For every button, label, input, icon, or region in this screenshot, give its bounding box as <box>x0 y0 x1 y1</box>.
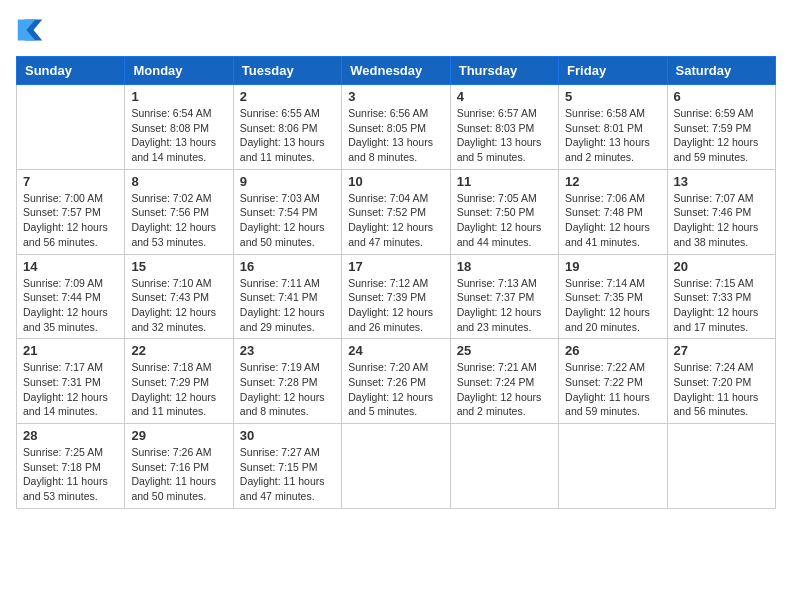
calendar-cell: 14Sunrise: 7:09 AM Sunset: 7:44 PM Dayli… <box>17 254 125 339</box>
day-info: Sunrise: 6:56 AM Sunset: 8:05 PM Dayligh… <box>348 106 443 165</box>
day-number: 15 <box>131 259 226 274</box>
calendar-cell: 1Sunrise: 6:54 AM Sunset: 8:08 PM Daylig… <box>125 85 233 170</box>
day-number: 24 <box>348 343 443 358</box>
day-number: 2 <box>240 89 335 104</box>
day-info: Sunrise: 7:06 AM Sunset: 7:48 PM Dayligh… <box>565 191 660 250</box>
day-info: Sunrise: 7:18 AM Sunset: 7:29 PM Dayligh… <box>131 360 226 419</box>
day-info: Sunrise: 7:19 AM Sunset: 7:28 PM Dayligh… <box>240 360 335 419</box>
day-number: 13 <box>674 174 769 189</box>
day-number: 27 <box>674 343 769 358</box>
calendar-cell: 26Sunrise: 7:22 AM Sunset: 7:22 PM Dayli… <box>559 339 667 424</box>
day-info: Sunrise: 7:26 AM Sunset: 7:16 PM Dayligh… <box>131 445 226 504</box>
calendar-week-row: 21Sunrise: 7:17 AM Sunset: 7:31 PM Dayli… <box>17 339 776 424</box>
day-info: Sunrise: 7:00 AM Sunset: 7:57 PM Dayligh… <box>23 191 118 250</box>
calendar-week-row: 7Sunrise: 7:00 AM Sunset: 7:57 PM Daylig… <box>17 169 776 254</box>
day-info: Sunrise: 7:24 AM Sunset: 7:20 PM Dayligh… <box>674 360 769 419</box>
day-of-week-header: Friday <box>559 57 667 85</box>
day-info: Sunrise: 7:21 AM Sunset: 7:24 PM Dayligh… <box>457 360 552 419</box>
day-info: Sunrise: 7:02 AM Sunset: 7:56 PM Dayligh… <box>131 191 226 250</box>
day-number: 4 <box>457 89 552 104</box>
calendar-cell: 21Sunrise: 7:17 AM Sunset: 7:31 PM Dayli… <box>17 339 125 424</box>
day-info: Sunrise: 6:54 AM Sunset: 8:08 PM Dayligh… <box>131 106 226 165</box>
day-number: 25 <box>457 343 552 358</box>
day-info: Sunrise: 7:10 AM Sunset: 7:43 PM Dayligh… <box>131 276 226 335</box>
logo <box>16 16 48 44</box>
calendar-cell: 6Sunrise: 6:59 AM Sunset: 7:59 PM Daylig… <box>667 85 775 170</box>
day-number: 28 <box>23 428 118 443</box>
calendar-cell: 10Sunrise: 7:04 AM Sunset: 7:52 PM Dayli… <box>342 169 450 254</box>
day-number: 18 <box>457 259 552 274</box>
calendar-cell: 12Sunrise: 7:06 AM Sunset: 7:48 PM Dayli… <box>559 169 667 254</box>
day-info: Sunrise: 7:20 AM Sunset: 7:26 PM Dayligh… <box>348 360 443 419</box>
day-info: Sunrise: 7:27 AM Sunset: 7:15 PM Dayligh… <box>240 445 335 504</box>
calendar-week-row: 1Sunrise: 6:54 AM Sunset: 8:08 PM Daylig… <box>17 85 776 170</box>
day-info: Sunrise: 7:25 AM Sunset: 7:18 PM Dayligh… <box>23 445 118 504</box>
day-number: 26 <box>565 343 660 358</box>
day-number: 30 <box>240 428 335 443</box>
day-number: 20 <box>674 259 769 274</box>
calendar-cell: 24Sunrise: 7:20 AM Sunset: 7:26 PM Dayli… <box>342 339 450 424</box>
day-number: 3 <box>348 89 443 104</box>
day-info: Sunrise: 7:13 AM Sunset: 7:37 PM Dayligh… <box>457 276 552 335</box>
day-info: Sunrise: 7:09 AM Sunset: 7:44 PM Dayligh… <box>23 276 118 335</box>
calendar-header-row: SundayMondayTuesdayWednesdayThursdayFrid… <box>17 57 776 85</box>
calendar-cell <box>450 424 558 509</box>
day-info: Sunrise: 6:59 AM Sunset: 7:59 PM Dayligh… <box>674 106 769 165</box>
day-number: 8 <box>131 174 226 189</box>
logo-icon <box>16 16 44 44</box>
day-info: Sunrise: 7:04 AM Sunset: 7:52 PM Dayligh… <box>348 191 443 250</box>
day-of-week-header: Monday <box>125 57 233 85</box>
day-number: 14 <box>23 259 118 274</box>
day-info: Sunrise: 7:22 AM Sunset: 7:22 PM Dayligh… <box>565 360 660 419</box>
day-number: 6 <box>674 89 769 104</box>
calendar-cell: 25Sunrise: 7:21 AM Sunset: 7:24 PM Dayli… <box>450 339 558 424</box>
day-number: 10 <box>348 174 443 189</box>
calendar-cell: 19Sunrise: 7:14 AM Sunset: 7:35 PM Dayli… <box>559 254 667 339</box>
calendar-cell <box>17 85 125 170</box>
calendar-cell: 7Sunrise: 7:00 AM Sunset: 7:57 PM Daylig… <box>17 169 125 254</box>
calendar-cell: 11Sunrise: 7:05 AM Sunset: 7:50 PM Dayli… <box>450 169 558 254</box>
day-info: Sunrise: 7:11 AM Sunset: 7:41 PM Dayligh… <box>240 276 335 335</box>
calendar-cell: 30Sunrise: 7:27 AM Sunset: 7:15 PM Dayli… <box>233 424 341 509</box>
day-number: 22 <box>131 343 226 358</box>
calendar-cell: 13Sunrise: 7:07 AM Sunset: 7:46 PM Dayli… <box>667 169 775 254</box>
day-number: 11 <box>457 174 552 189</box>
calendar-cell: 3Sunrise: 6:56 AM Sunset: 8:05 PM Daylig… <box>342 85 450 170</box>
day-info: Sunrise: 7:14 AM Sunset: 7:35 PM Dayligh… <box>565 276 660 335</box>
day-number: 17 <box>348 259 443 274</box>
calendar-cell: 22Sunrise: 7:18 AM Sunset: 7:29 PM Dayli… <box>125 339 233 424</box>
day-info: Sunrise: 7:12 AM Sunset: 7:39 PM Dayligh… <box>348 276 443 335</box>
page-header <box>16 16 776 44</box>
day-number: 19 <box>565 259 660 274</box>
day-number: 9 <box>240 174 335 189</box>
calendar-cell: 28Sunrise: 7:25 AM Sunset: 7:18 PM Dayli… <box>17 424 125 509</box>
day-info: Sunrise: 7:17 AM Sunset: 7:31 PM Dayligh… <box>23 360 118 419</box>
calendar-cell: 29Sunrise: 7:26 AM Sunset: 7:16 PM Dayli… <box>125 424 233 509</box>
day-info: Sunrise: 7:07 AM Sunset: 7:46 PM Dayligh… <box>674 191 769 250</box>
calendar-week-row: 28Sunrise: 7:25 AM Sunset: 7:18 PM Dayli… <box>17 424 776 509</box>
day-info: Sunrise: 6:57 AM Sunset: 8:03 PM Dayligh… <box>457 106 552 165</box>
day-info: Sunrise: 7:03 AM Sunset: 7:54 PM Dayligh… <box>240 191 335 250</box>
day-info: Sunrise: 6:58 AM Sunset: 8:01 PM Dayligh… <box>565 106 660 165</box>
day-number: 12 <box>565 174 660 189</box>
day-of-week-header: Sunday <box>17 57 125 85</box>
calendar-cell: 17Sunrise: 7:12 AM Sunset: 7:39 PM Dayli… <box>342 254 450 339</box>
day-number: 1 <box>131 89 226 104</box>
calendar-cell: 8Sunrise: 7:02 AM Sunset: 7:56 PM Daylig… <box>125 169 233 254</box>
day-info: Sunrise: 7:15 AM Sunset: 7:33 PM Dayligh… <box>674 276 769 335</box>
calendar-cell: 18Sunrise: 7:13 AM Sunset: 7:37 PM Dayli… <box>450 254 558 339</box>
calendar-cell <box>559 424 667 509</box>
calendar-cell <box>342 424 450 509</box>
day-of-week-header: Tuesday <box>233 57 341 85</box>
day-number: 23 <box>240 343 335 358</box>
day-number: 16 <box>240 259 335 274</box>
calendar-cell: 20Sunrise: 7:15 AM Sunset: 7:33 PM Dayli… <box>667 254 775 339</box>
calendar-cell <box>667 424 775 509</box>
calendar-cell: 5Sunrise: 6:58 AM Sunset: 8:01 PM Daylig… <box>559 85 667 170</box>
day-number: 7 <box>23 174 118 189</box>
day-number: 5 <box>565 89 660 104</box>
day-info: Sunrise: 6:55 AM Sunset: 8:06 PM Dayligh… <box>240 106 335 165</box>
day-of-week-header: Thursday <box>450 57 558 85</box>
calendar-cell: 27Sunrise: 7:24 AM Sunset: 7:20 PM Dayli… <box>667 339 775 424</box>
day-of-week-header: Wednesday <box>342 57 450 85</box>
